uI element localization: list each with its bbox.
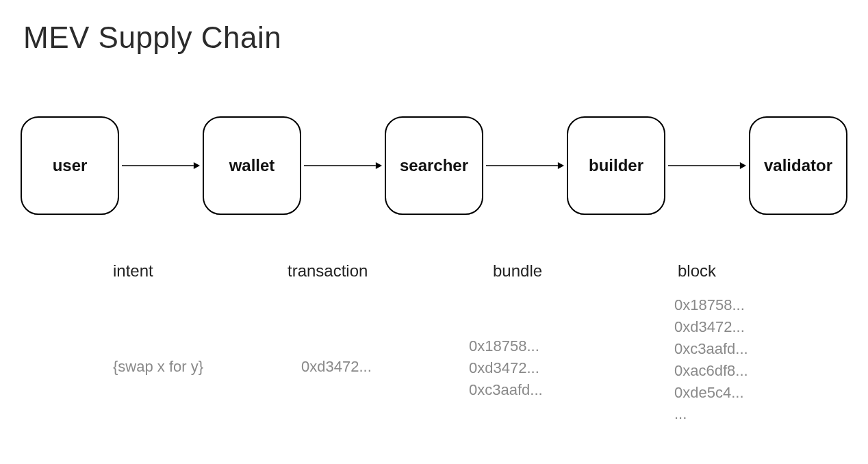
arrow-user-wallet	[119, 165, 203, 166]
svg-marker-5	[558, 162, 564, 169]
label-transaction: transaction	[288, 261, 368, 281]
node-user: user	[21, 116, 119, 215]
label-block: block	[678, 261, 716, 281]
label-intent: intent	[113, 261, 153, 281]
node-searcher: searcher	[385, 116, 483, 215]
detail-intent: {swap x for y}	[113, 356, 203, 378]
svg-marker-1	[194, 162, 200, 169]
label-bundle: bundle	[493, 261, 542, 281]
detail-transaction: 0xd3472...	[301, 356, 372, 378]
flow-row: user wallet searcher builder validator	[21, 116, 847, 215]
node-builder: builder	[567, 116, 665, 215]
svg-marker-3	[376, 162, 382, 169]
svg-marker-7	[740, 162, 746, 169]
arrow-builder-validator	[665, 165, 749, 166]
arrow-wallet-searcher	[301, 165, 385, 166]
detail-block: 0x18758...0xd3472...0xc3aafd...0xac6df8.…	[674, 294, 748, 425]
node-validator: validator	[749, 116, 847, 215]
node-wallet: wallet	[203, 116, 301, 215]
arrow-searcher-builder	[483, 165, 567, 166]
diagram-title: MEV Supply Chain	[23, 21, 281, 55]
detail-bundle: 0x18758...0xd3472...0xc3aafd...	[469, 335, 543, 401]
